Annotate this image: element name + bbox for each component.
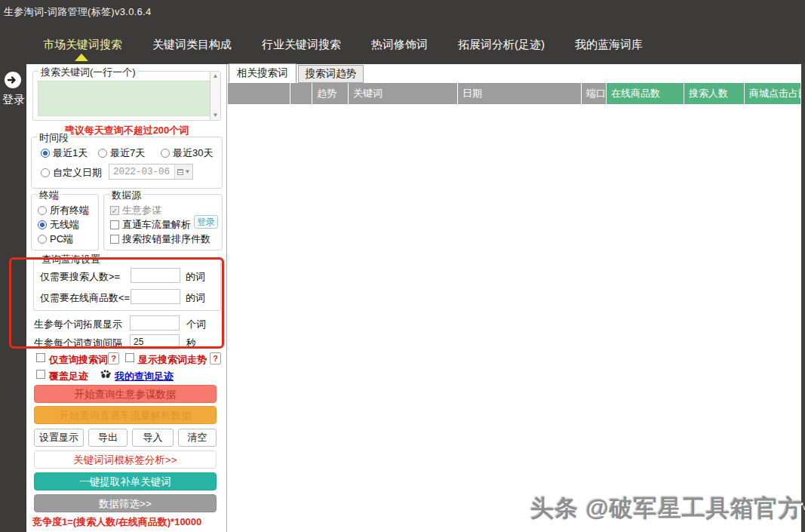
datasource-title: 数据源 [109, 189, 143, 202]
checkbox-label: 搜索按销量排序件数 [122, 232, 210, 246]
checkbox-show-trend[interactable] [125, 353, 134, 362]
display-settings-button[interactable]: 设置显示 [34, 429, 84, 447]
radio-last-30-days[interactable]: 最近30天 [161, 146, 213, 160]
radio-last-7-days[interactable]: 最近7天 [98, 146, 145, 160]
export-button[interactable]: 导出 [88, 429, 128, 447]
right-edge-scrollbar[interactable] [801, 64, 805, 532]
radio-label: PC端 [50, 232, 73, 246]
column-header-date[interactable]: 日期 [458, 83, 582, 104]
my-query-footprint-link[interactable]: 我的查询足迹 [115, 370, 174, 383]
help-button[interactable]: ? [210, 352, 221, 364]
field-suffix: 秒 [186, 337, 196, 350]
expand-count-input[interactable] [130, 315, 180, 331]
login-button[interactable]: 登录 [2, 93, 26, 107]
nav-keyword-category[interactable]: 关键词类目构成 [152, 38, 232, 52]
keywords-scrollbar[interactable]: ▲ ▼ [210, 72, 220, 120]
radio-dot[interactable] [38, 220, 47, 229]
calendar-icon [177, 169, 183, 175]
data-filter-button[interactable]: 数据筛选>> [34, 494, 217, 512]
time-range-group: 时间段 最近1天 最近7天 最近30天 自定义日期 [31, 137, 223, 189]
nav-hot-modifier-words[interactable]: 热词修饰词 [371, 38, 428, 52]
help-button[interactable]: ? [108, 352, 119, 364]
column-header-blank-2[interactable] [290, 83, 312, 104]
radio-dot[interactable] [38, 235, 47, 244]
checkbox-cover-footprint[interactable] [36, 370, 45, 379]
date-picker[interactable]: 2022-03-06 ▼ [109, 164, 193, 180]
column-header-mall-click-ratio[interactable]: 商城点击占比 [745, 83, 801, 104]
results-table-header: 趋势 关键词 日期 端口 在线商品数 搜索人数 商城点击占比 [228, 83, 801, 104]
nav-expand-word-analysis[interactable]: 拓展词分析(足迹) [458, 38, 545, 52]
clear-button[interactable]: 清空 [178, 429, 217, 447]
checkbox-label: 覆盖足迹 [49, 370, 88, 383]
column-header-trend[interactable]: 趋势 [312, 83, 349, 104]
checkbox-sales-sorted-count[interactable]: 搜索按销量排序件数 [110, 232, 210, 246]
checkbox-icon[interactable] [110, 235, 119, 244]
extract-supplement-keywords-button[interactable]: 一键提取补单关键词 [34, 472, 217, 490]
checkbox-sycm[interactable]: ✓ 生意参谋 [110, 204, 161, 217]
radio-all-terminals[interactable]: 所有终端 [38, 204, 89, 217]
column-header-port[interactable]: 端口 [582, 83, 607, 104]
checkbox-label: 显示搜索词走势 [138, 353, 207, 367]
radio-label: 最近30天 [173, 146, 213, 160]
query-interval-row: 生参每个词查询间隔 秒 [26, 334, 227, 350]
keywords-group: 搜索关键词(一行一个) ▲ ▼ [32, 71, 221, 121]
checkbox-icon[interactable] [110, 220, 119, 229]
column-header-online-products[interactable]: 在线商品数 [607, 83, 684, 104]
max-products-input[interactable] [131, 289, 180, 304]
bluesea-settings-group: 查询蓝海设置 仅需要搜索人数>= 的词 仅需要在线商品数<= 的词 [33, 258, 221, 311]
datasource-group: 数据源 ✓ 生意参谋 直通车流量解析 登录 搜索按销量排序件数 [103, 194, 223, 251]
checkbox-checked-icon[interactable]: ✓ [110, 206, 119, 215]
import-button[interactable]: 导入 [132, 429, 174, 447]
watermark-text: 头条 @破军星工具箱官方号 [530, 493, 805, 524]
field-label: 生参每个词查询间隔 [34, 337, 122, 350]
scroll-down-icon[interactable]: ▼ [213, 111, 219, 120]
nav-my-bluesea-thesaurus[interactable]: 我的蓝海词库 [575, 38, 643, 52]
radio-pc[interactable]: PC端 [38, 232, 73, 246]
radio-last-1-day[interactable]: 最近1天 [41, 146, 88, 160]
results-tabs: 相关搜索词 搜索词趋势 [229, 66, 364, 83]
radio-dot[interactable] [161, 149, 170, 158]
column-header-blank-1[interactable] [228, 83, 290, 104]
radio-wireless[interactable]: 无线端 [38, 218, 79, 232]
tab-related-search-words[interactable]: 相关搜索词 [229, 63, 296, 83]
window-title: 生参淘词-词路管理(标签)v3.0.6.4 [4, 5, 152, 19]
results-table-body [228, 104, 801, 532]
column-header-searchers[interactable]: 搜索人数 [684, 83, 745, 104]
query-settings-panel: 搜索关键词(一行一个) ▲ ▼ 建议每天查询不超过200个词 时间段 最近1天 … [26, 64, 227, 532]
field-label: 仅需要搜索人数>= [40, 270, 120, 284]
checkbox-label: 生意参谋 [122, 204, 161, 217]
min-searchers-row: 仅需要搜索人数>= 的词 [34, 268, 220, 283]
scroll-up-icon[interactable]: ▲ [213, 72, 219, 81]
time-range-title: 时间段 [37, 131, 71, 145]
date-value: 2022-03-06 [109, 167, 174, 177]
nav-market-keyword-search[interactable]: 市场关键词搜索 [43, 38, 122, 52]
radio-label: 最近1天 [53, 146, 88, 160]
field-label: 生参每个词拓展显示 [34, 318, 122, 331]
left-rail: 登录 [0, 64, 26, 532]
start-query-sycm-button[interactable]: 开始查询生意参谋数据 [34, 385, 217, 403]
radio-dot[interactable] [41, 168, 50, 177]
header-bar: 生参淘词-词路管理(标签)v3.0.6.4 市场关键词搜索 关键词类目构成 行业… [0, 0, 805, 64]
date-dropdown-button[interactable]: ▼ [174, 165, 192, 179]
column-header-keyword[interactable]: 关键词 [349, 83, 458, 104]
ztc-login-button[interactable]: 登录 [194, 215, 218, 229]
checkbox-ztc-traffic[interactable]: 直通车流量解析 [110, 218, 191, 232]
tab-search-word-trend[interactable]: 搜索词趋势 [298, 65, 364, 83]
radio-dot[interactable] [41, 149, 50, 158]
radio-label: 最近7天 [110, 146, 145, 160]
keyword-root-tag-analysis-button[interactable]: 关键词词根标签分析>> [34, 451, 217, 469]
query-interval-input[interactable] [130, 334, 180, 349]
radio-dot[interactable] [38, 206, 47, 215]
radio-dot[interactable] [98, 149, 107, 158]
min-searchers-input[interactable] [131, 268, 180, 283]
start-query-ztc-button[interactable]: 开始查询直通车流量解析数据 [34, 406, 217, 424]
main-nav: 市场关键词搜索 关键词类目构成 行业关键词搜索 热词修饰词 拓展词分析(足迹) … [43, 38, 643, 52]
radio-label: 自定义日期 [53, 166, 102, 180]
keywords-textarea[interactable] [38, 81, 216, 116]
login-arrow-icon[interactable] [5, 72, 21, 88]
radio-custom-date[interactable]: 自定义日期 [41, 166, 102, 180]
expand-count-row: 生参每个词拓展显示 个词 [26, 315, 227, 331]
checkbox-only-search-words[interactable] [36, 353, 45, 362]
active-tab-arrow-icon [75, 54, 88, 61]
nav-industry-keyword-search[interactable]: 行业关键词搜索 [262, 38, 341, 52]
